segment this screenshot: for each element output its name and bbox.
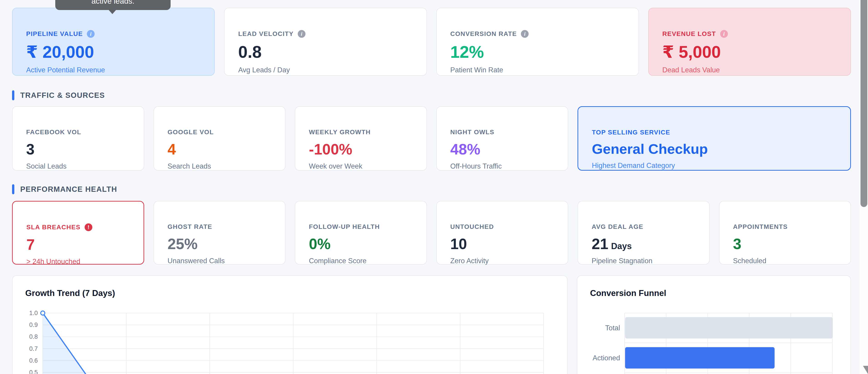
- data-point-marker: [41, 311, 45, 315]
- kpi-label: UNTOUCHED: [451, 223, 494, 230]
- funnel-category-label: Total: [605, 324, 620, 332]
- chart-title: Growth Trend (7 Days): [25, 288, 554, 298]
- chart-title: Conversion Funnel: [590, 288, 838, 298]
- y-tick-label: 1.0: [29, 310, 38, 316]
- kpi-value: 48%: [451, 142, 554, 157]
- info-icon[interactable]: [521, 30, 529, 38]
- kpi-label: GHOST RATE: [168, 223, 212, 230]
- y-tick-label: 0.5: [29, 369, 38, 374]
- kpi-label: WEEKLY GROWTH: [309, 128, 371, 136]
- kpi-card-pipeline-value: PIPELINE VALUE ₹ 20,000 Active Potential…: [12, 8, 215, 76]
- kpi-label: FACEBOOK VOL: [26, 128, 81, 136]
- alert-icon[interactable]: [85, 223, 92, 231]
- section-title: TRAFFIC & SOURCES: [20, 91, 105, 100]
- scrollbar-thumb[interactable]: [861, 0, 867, 207]
- kpi-row-performance: SLA BREACHES 7 > 24h Untouched GHOST RAT…: [12, 201, 851, 264]
- kpi-value: 25%: [168, 237, 272, 251]
- section-title: PERFORMANCE HEALTH: [20, 185, 117, 194]
- kpi-card-revenue-lost: REVENUE LOST ₹ 5,000 Dead Leads Value: [648, 8, 851, 76]
- kpi-row-primary: PIPELINE VALUE ₹ 20,000 Active Potential…: [12, 8, 851, 76]
- kpi-card-google-vol: GOOGLE VOL 4 Search Leads: [154, 106, 286, 170]
- section-accent-bar: [12, 184, 14, 194]
- kpi-sublabel: Unanswered Calls: [168, 257, 272, 265]
- kpi-value: General Checkup: [592, 142, 837, 156]
- kpi-value: ₹ 5,000: [662, 44, 837, 61]
- kpi-label: TOP SELLING SERVICE: [592, 129, 670, 136]
- kpi-value: 10: [451, 237, 554, 251]
- growth-trend-chart: 1.00.90.80.70.60.50.40.30.20.10.0: [25, 306, 555, 374]
- conversion-funnel-card: Conversion Funnel TotalActioned: [577, 275, 851, 374]
- kpi-value: 21Days: [592, 237, 695, 251]
- kpi-card-appointments: APPOINTMENTS 3 Scheduled: [719, 201, 851, 264]
- kpi-value: 3: [26, 142, 130, 157]
- kpi-label: PIPELINE VALUE: [26, 30, 83, 37]
- growth-trend-card: Growth Trend (7 Days) 1.00.90.80.70.60.5…: [12, 275, 567, 374]
- kpi-sublabel: Off-Hours Traffic: [451, 162, 554, 170]
- kpi-value: ₹ 20,000: [26, 44, 200, 61]
- kpi-card-facebook-vol: FACEBOOK VOL 3 Social Leads: [12, 106, 144, 170]
- kpi-label: CONVERSION RATE: [451, 30, 517, 37]
- kpi-sublabel: Compliance Score: [309, 257, 413, 265]
- kpi-label: NIGHT OWLS: [451, 128, 495, 136]
- kpi-label: AVG DEAL AGE: [592, 223, 644, 230]
- kpi-label: REVENUE LOST: [662, 30, 716, 37]
- kpi-value-unit: Days: [611, 241, 632, 251]
- kpi-value: 12%: [451, 44, 625, 61]
- section-header-traffic: TRAFFIC & SOURCES: [12, 90, 851, 100]
- scrollbar-track[interactable]: [860, 0, 868, 374]
- y-tick-label: 0.6: [29, 357, 38, 364]
- kpi-sublabel: Active Potential Revenue: [26, 66, 200, 74]
- kpi-card-weekly-growth: WEEKLY GROWTH -100% Week over Week: [295, 106, 427, 170]
- y-tick-label: 0.9: [29, 321, 38, 328]
- kpi-sublabel: Highest Demand Category: [592, 161, 837, 170]
- kpi-card-untouched: UNTOUCHED 10 Zero Activity: [436, 201, 568, 264]
- kpi-card-lead-velocity: LEAD VELOCITY 0.8 Avg Leads / Day: [224, 8, 427, 76]
- funnel-bar: [625, 347, 775, 369]
- funnel-category-label: Actioned: [593, 354, 620, 362]
- kpi-label: FOLLOW-UP HEALTH: [309, 223, 380, 230]
- conversion-funnel-chart: TotalActioned: [590, 306, 837, 374]
- kpi-sublabel: Pipeline Stagnation: [592, 257, 695, 265]
- kpi-label: LEAD VELOCITY: [238, 30, 293, 37]
- kpi-sublabel: Dead Leads Value: [662, 66, 837, 74]
- kpi-card-avg-deal-age: AVG DEAL AGE 21Days Pipeline Stagnation: [578, 201, 710, 264]
- kpi-card-ghost-rate: GHOST RATE 25% Unanswered Calls: [154, 201, 286, 264]
- info-icon[interactable]: [720, 30, 728, 38]
- kpi-label: GOOGLE VOL: [168, 128, 214, 136]
- kpi-value: 0.8: [238, 44, 413, 61]
- info-icon[interactable]: [298, 30, 306, 38]
- kpi-value: 7: [26, 237, 130, 252]
- y-tick-label: 0.7: [29, 345, 38, 352]
- kpi-sublabel: Scheduled: [733, 257, 837, 265]
- kpi-label: SLA BREACHES: [26, 224, 81, 231]
- section-accent-bar: [12, 90, 14, 100]
- kpi-value: 3: [733, 237, 837, 251]
- charts-row: Growth Trend (7 Days) 1.00.90.80.70.60.5…: [12, 275, 851, 374]
- funnel-bar: [625, 317, 833, 339]
- tooltip-text: active leads.: [91, 0, 134, 5]
- kpi-sublabel: Search Leads: [168, 162, 272, 170]
- kpi-value: 4: [168, 142, 272, 157]
- tooltip: active leads.: [55, 0, 170, 10]
- kpi-card-night-owls: NIGHT OWLS 48% Off-Hours Traffic: [436, 106, 568, 170]
- dashboard-page: active leads. PIPELINE VALUE ₹ 20,000 Ac…: [0, 0, 868, 374]
- dashboard-content: PIPELINE VALUE ₹ 20,000 Active Potential…: [12, 8, 851, 374]
- kpi-card-sla-breaches: SLA BREACHES 7 > 24h Untouched: [12, 201, 144, 264]
- kpi-sublabel: Social Leads: [26, 162, 130, 170]
- kpi-sublabel: Patient Win Rate: [451, 66, 625, 74]
- info-icon[interactable]: [87, 30, 95, 38]
- y-tick-label: 0.8: [29, 333, 38, 340]
- kpi-sublabel: Zero Activity: [451, 257, 554, 265]
- section-header-performance: PERFORMANCE HEALTH: [12, 184, 851, 194]
- kpi-card-conversion-rate: CONVERSION RATE 12% Patient Win Rate: [436, 8, 639, 76]
- kpi-row-traffic: FACEBOOK VOL 3 Social Leads GOOGLE VOL 4…: [12, 106, 851, 170]
- kpi-card-top-selling-service: TOP SELLING SERVICE General Checkup High…: [578, 106, 851, 170]
- kpi-sublabel: > 24h Untouched: [26, 257, 130, 266]
- kpi-label: APPOINTMENTS: [733, 223, 788, 230]
- kpi-card-follow-up-health: FOLLOW-UP HEALTH 0% Compliance Score: [295, 201, 427, 264]
- kpi-sublabel: Avg Leads / Day: [238, 66, 413, 74]
- kpi-sublabel: Week over Week: [309, 162, 413, 170]
- kpi-value: 0%: [309, 237, 413, 251]
- kpi-value: -100%: [309, 142, 413, 157]
